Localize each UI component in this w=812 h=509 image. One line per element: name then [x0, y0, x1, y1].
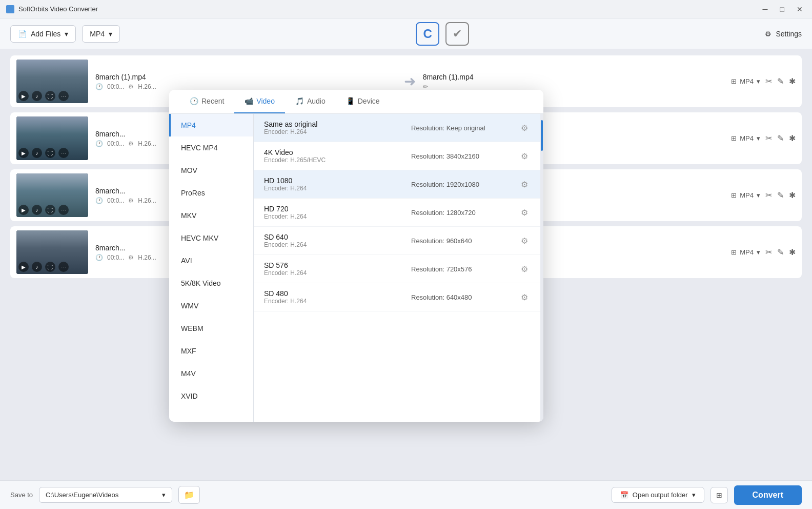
- preset-settings-icon[interactable]: ⚙: [519, 149, 530, 163]
- play-icon[interactable]: ▶: [18, 262, 29, 272]
- format-item-mov[interactable]: MOV: [169, 159, 253, 182]
- logo-c-button[interactable]: C: [416, 22, 439, 46]
- settings-icon-small: ⚙: [128, 83, 134, 90]
- grid-icon: ⊞: [731, 134, 737, 142]
- minimize-button[interactable]: ─: [760, 4, 771, 14]
- play-icon[interactable]: ▶: [18, 205, 29, 215]
- fullscreen-icon[interactable]: ⛶: [45, 262, 55, 272]
- format-item-mkv[interactable]: MKV: [169, 204, 253, 227]
- edit-action-icon[interactable]: ✎: [777, 247, 784, 257]
- preset-settings-icon[interactable]: ⚙: [519, 234, 530, 248]
- preset-same-original[interactable]: Same as original Encoder: H.264 Resoluti…: [254, 114, 540, 142]
- preset-settings-icon[interactable]: ⚙: [519, 121, 530, 135]
- edit-action-icon[interactable]: ✎: [777, 190, 784, 200]
- preset-info: SD 640 Encoder: H.264: [264, 233, 406, 248]
- video-actions: ⊞ MP4 ▾ ✂ ✎ ✱: [731, 133, 796, 143]
- settings-button[interactable]: ⚙ Settings: [765, 30, 802, 38]
- format-item-xvid[interactable]: XVID: [169, 385, 253, 407]
- volume-icon[interactable]: ♪: [32, 205, 42, 215]
- dropdown-arrow: ▾: [757, 248, 760, 256]
- preset-name: Same as original: [264, 120, 406, 128]
- preset-settings-icon[interactable]: ⚙: [519, 290, 530, 304]
- fullscreen-icon[interactable]: ⛶: [45, 148, 55, 158]
- format-badge[interactable]: ⊞ MP4 ▾: [731, 248, 760, 256]
- preset-sd480[interactable]: SD 480 Encoder: H.264 Resolution: 640x48…: [254, 283, 540, 311]
- preset-encoder: Encoder: H.264: [264, 298, 406, 305]
- format-item-5k8k[interactable]: 5K/8K Video: [169, 272, 253, 295]
- edit-action-icon[interactable]: ✎: [777, 133, 784, 143]
- more-icon[interactable]: ⋯: [58, 205, 69, 215]
- format-item-mp4[interactable]: MP4: [169, 114, 253, 136]
- preset-settings-icon[interactable]: ⚙: [519, 178, 530, 191]
- preset-hd1080[interactable]: HD 1080 Encoder: H.264 Resolution: 1920x…: [254, 170, 540, 199]
- clock-icon: 🕐: [95, 254, 103, 261]
- preset-hd720[interactable]: HD 720 Encoder: H.264 Resolution: 1280x7…: [254, 199, 540, 227]
- magic-icon[interactable]: ✱: [789, 247, 796, 257]
- more-icon[interactable]: ⋯: [58, 262, 69, 272]
- more-icon[interactable]: ⋯: [58, 148, 69, 158]
- tab-audio[interactable]: 🎵 Audio: [285, 90, 336, 113]
- edit-icon[interactable]: ✏: [423, 83, 428, 90]
- preset-settings-icon[interactable]: ⚙: [519, 206, 530, 220]
- volume-icon[interactable]: ♪: [32, 148, 42, 158]
- preset-sd576[interactable]: SD 576 Encoder: H.264 Resolution: 720x57…: [254, 255, 540, 283]
- crop-icon[interactable]: ✂: [765, 247, 772, 257]
- arrow-right: ➜: [404, 73, 416, 90]
- convert-button[interactable]: Convert: [734, 485, 802, 505]
- format-item-hevc-mkv[interactable]: HEVC MKV: [169, 227, 253, 249]
- grid-view-button[interactable]: ⊞: [710, 487, 728, 503]
- app-icon: [6, 5, 14, 13]
- fullscreen-icon[interactable]: ⛶: [45, 91, 55, 101]
- toolbar-left: 📄 Add Files ▾ MP4 ▾: [10, 25, 120, 43]
- format-badge[interactable]: ⊞ MP4 ▾: [731, 191, 760, 199]
- preset-name: SD 640: [264, 233, 406, 241]
- format-item-webm[interactable]: WEBM: [169, 317, 253, 340]
- more-icon[interactable]: ⋯: [58, 91, 69, 101]
- preset-name: SD 576: [264, 261, 406, 269]
- tab-recent[interactable]: 🕐 Recent: [179, 90, 234, 113]
- save-path-selector[interactable]: C:\Users\Eugene\Videos ▾: [39, 487, 172, 503]
- magic-icon[interactable]: ✱: [789, 190, 796, 200]
- play-icon[interactable]: ▶: [18, 91, 29, 101]
- format-item-prores[interactable]: ProRes: [169, 182, 253, 204]
- tab-video[interactable]: 📹 Video: [234, 90, 285, 113]
- format-badge[interactable]: ⊞ MP4 ▾: [731, 77, 760, 85]
- format-label: MP4: [90, 30, 105, 38]
- grid-icon: ⊞: [716, 491, 722, 499]
- open-folder-button[interactable]: 📁: [178, 486, 200, 504]
- video-codec: H.26...: [138, 140, 156, 147]
- crop-icon[interactable]: ✂: [765, 190, 772, 200]
- tab-device[interactable]: 📱 Device: [336, 90, 390, 113]
- fullscreen-icon[interactable]: ⛶: [45, 205, 55, 215]
- format-item-hevc-mp4[interactable]: HEVC MP4: [169, 136, 253, 159]
- video-thumbnail: ▶ ♪ ⛶ ⋯: [16, 173, 88, 217]
- preset-4k[interactable]: 4K Video Encoder: H.265/HEVC Resolution:…: [254, 142, 540, 170]
- add-files-button[interactable]: 📄 Add Files ▾: [10, 25, 76, 43]
- video-duration: 00:0...: [107, 197, 124, 204]
- format-item-avi[interactable]: AVI: [169, 249, 253, 272]
- format-item-mxf[interactable]: MXF: [169, 340, 253, 362]
- volume-icon[interactable]: ♪: [32, 262, 42, 272]
- play-icon[interactable]: ▶: [18, 148, 29, 158]
- preset-settings-icon[interactable]: ⚙: [519, 262, 530, 276]
- volume-icon[interactable]: ♪: [32, 91, 42, 101]
- edit-action-icon[interactable]: ✎: [777, 76, 784, 86]
- crop-icon[interactable]: ✂: [765, 76, 772, 86]
- format-dropdown-icon: ▾: [109, 30, 112, 38]
- magic-icon[interactable]: ✱: [789, 76, 796, 86]
- thumb-controls: ▶ ♪ ⛶ ⋯: [18, 205, 69, 215]
- modal-scrollbar[interactable]: [540, 114, 543, 422]
- maximize-button[interactable]: □: [777, 4, 787, 14]
- format-badge[interactable]: ⊞ MP4 ▾: [731, 134, 760, 142]
- format-item-wmv[interactable]: WMV: [169, 295, 253, 317]
- format-item-m4v[interactable]: M4V: [169, 362, 253, 385]
- format-selector-button[interactable]: MP4 ▾: [82, 25, 120, 43]
- preset-sd640[interactable]: SD 640 Encoder: H.264 Resolution: 960x64…: [254, 227, 540, 255]
- close-button[interactable]: ✕: [794, 4, 806, 14]
- preset-info: HD 720 Encoder: H.264: [264, 205, 406, 220]
- checkmark-button[interactable]: ✔: [445, 22, 469, 46]
- output-name: 8march (1).mp4: [423, 73, 724, 81]
- magic-icon[interactable]: ✱: [789, 133, 796, 143]
- open-output-folder-button[interactable]: 📅 Open output folder ▾: [612, 487, 704, 503]
- crop-icon[interactable]: ✂: [765, 133, 772, 143]
